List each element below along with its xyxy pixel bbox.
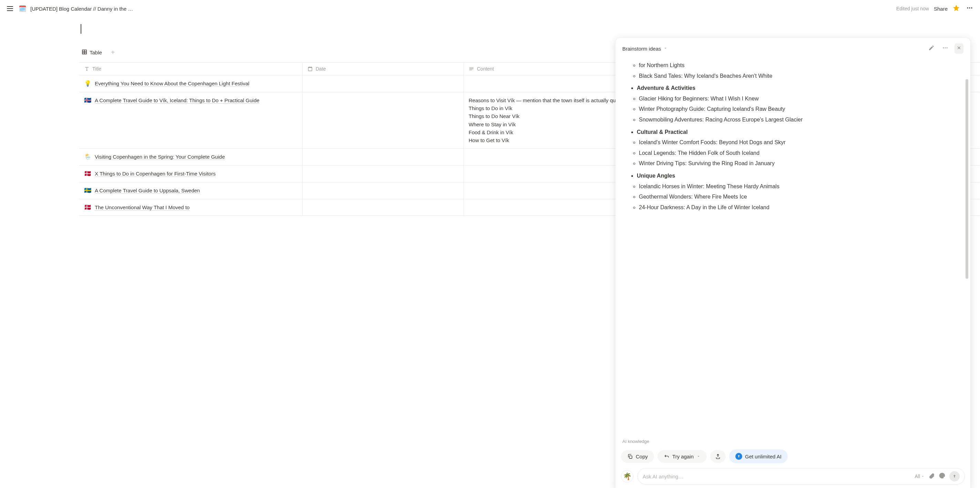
section-heading: Adventure & Activities <box>637 84 959 93</box>
ai-avatar: 🌴 <box>621 470 633 483</box>
svg-point-0 <box>967 7 968 8</box>
list-item: Winter Photography Guide: Capturing Icel… <box>639 105 959 114</box>
upgrade-button[interactable]: Get unlimited AI <box>729 450 788 463</box>
row-emoji: 🇩🇰 <box>84 203 91 212</box>
row-emoji: 🌦️ <box>84 153 91 161</box>
table-view-tab[interactable]: Table <box>79 48 105 57</box>
share-icon <box>715 453 721 459</box>
calendar-icon <box>307 66 313 71</box>
row-date-cell[interactable] <box>302 182 464 199</box>
up-arrow-icon <box>735 453 742 460</box>
row-emoji: 💡 <box>84 79 91 88</box>
list-item: for Northern Lights <box>639 61 959 70</box>
svg-point-1 <box>969 7 970 8</box>
menu-button[interactable] <box>5 5 14 13</box>
send-button[interactable] <box>949 471 960 482</box>
favorite-star-icon[interactable] <box>953 4 960 13</box>
retry-icon <box>664 453 670 459</box>
row-date-cell[interactable] <box>302 166 464 182</box>
close-button[interactable] <box>955 43 964 54</box>
lines-icon <box>469 66 474 71</box>
text-cursor[interactable] <box>81 24 81 34</box>
column-header-date[interactable]: Date <box>302 63 464 75</box>
page-icon: 🗓️ <box>19 5 26 13</box>
list-item: Glacier Hiking for Beginners: What I Wis… <box>639 94 959 103</box>
section-heading: Unique Angles <box>637 171 959 180</box>
more-options-icon[interactable] <box>965 3 975 14</box>
ai-input[interactable] <box>643 474 911 479</box>
row-title[interactable]: The Unconventional Way That I Moved to <box>95 203 189 211</box>
topbar: 🗓️ [UPDATED] Blog Calendar // Danny in t… <box>0 0 980 17</box>
row-date-cell[interactable] <box>302 92 464 149</box>
row-title[interactable]: Visiting Copenhagen in the Spring: Your … <box>95 153 225 161</box>
svg-point-3 <box>943 48 944 49</box>
more-dots-icon[interactable] <box>941 43 950 54</box>
edited-status: Edited just now <box>896 6 929 11</box>
copy-button[interactable]: Copy <box>621 450 654 463</box>
scope-selector[interactable]: All <box>915 474 924 479</box>
copy-icon <box>627 453 633 459</box>
list-item: Winter Driving Tips: Surviving the Ring … <box>639 159 959 168</box>
mention-icon[interactable] <box>939 472 945 480</box>
list-item: Icelandic Horses in Winter: Meeting Thes… <box>639 182 959 191</box>
svg-point-4 <box>945 48 946 49</box>
ai-response-body[interactable]: for Northern LightsBlack Sand Tales: Why… <box>616 59 970 436</box>
row-date-cell[interactable] <box>302 149 464 165</box>
table-icon <box>81 49 88 56</box>
ai-input-container[interactable]: All <box>638 468 965 485</box>
list-item: Black Sand Tales: Why Iceland's Beaches … <box>639 71 959 81</box>
column-header-title[interactable]: Title <box>79 63 302 75</box>
view-tab-label: Table <box>89 49 102 55</box>
chevron-down-icon <box>663 46 667 52</box>
ai-panel: Brainstorm ideas for Northern LightsBlac… <box>616 38 970 488</box>
text-type-icon <box>84 66 89 71</box>
edit-icon[interactable] <box>927 43 936 54</box>
row-title[interactable]: X Things to Do in Copenhagen for First-T… <box>95 170 216 177</box>
ai-knowledge-label[interactable]: AI knowledge <box>616 436 970 447</box>
attachment-icon[interactable] <box>929 472 935 480</box>
list-item: 24-Hour Darkness: A Day in the Life of W… <box>639 203 959 212</box>
row-emoji: 🇩🇰 <box>84 170 91 178</box>
row-title[interactable]: A Complete Travel Guide to Uppsala, Swed… <box>95 187 200 195</box>
share-ai-button[interactable] <box>710 450 726 463</box>
add-view-button[interactable]: + <box>109 49 117 57</box>
row-emoji: 🇸🇪 <box>84 187 91 195</box>
share-button[interactable]: Share <box>934 6 948 12</box>
row-title[interactable]: A Complete Travel Guide to Vík, Iceland:… <box>95 97 259 104</box>
chevron-down-icon <box>697 453 700 459</box>
list-item: Geothermal Wonders: Where Fire Meets Ice <box>639 192 959 201</box>
list-item: Local Legends: The Hidden Folk of South … <box>639 149 959 158</box>
list-item: Iceland's Winter Comfort Foods: Beyond H… <box>639 138 959 147</box>
section-heading: Cultural & Practical <box>637 128 959 136</box>
scrollbar[interactable] <box>966 79 968 279</box>
svg-point-2 <box>971 7 972 8</box>
row-emoji: 🇮🇸 <box>84 97 91 105</box>
try-again-button[interactable]: Try again <box>657 450 707 463</box>
row-title[interactable]: Everything You Need to Know About the Co… <box>95 79 250 87</box>
ai-title-dropdown[interactable]: Brainstorm ideas <box>622 46 667 52</box>
row-date-cell[interactable] <box>302 75 464 92</box>
svg-point-5 <box>947 48 948 49</box>
row-date-cell[interactable] <box>302 199 464 216</box>
page-title[interactable]: [UPDATED] Blog Calendar // Danny in the … <box>30 6 133 12</box>
list-item: Snowmobiling Adventures: Racing Across E… <box>639 115 959 124</box>
svg-rect-6 <box>629 456 632 458</box>
